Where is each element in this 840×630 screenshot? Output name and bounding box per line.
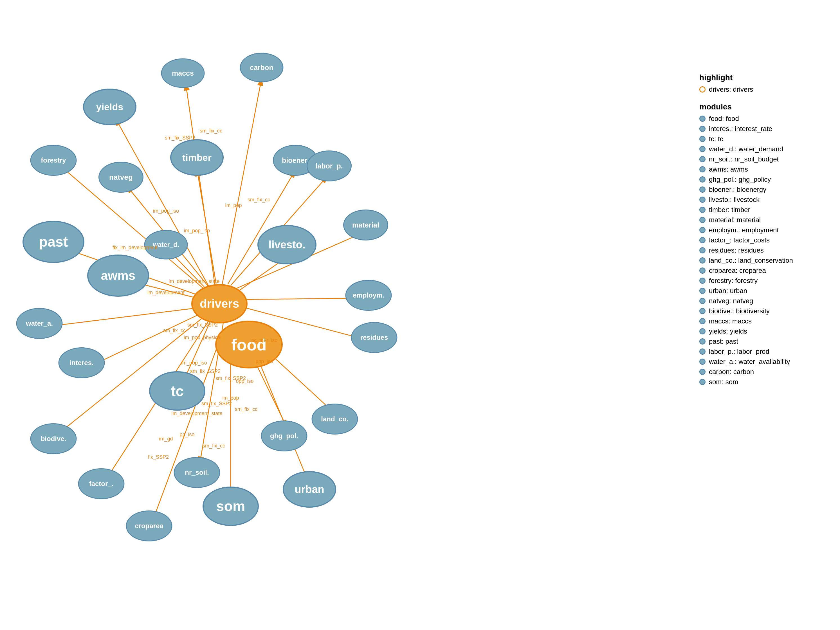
edge-label-17: sm_fix_cc <box>235 406 257 412</box>
node-croparea[interactable]: croparea <box>126 510 172 542</box>
node-carbon[interactable]: carbon <box>240 53 284 82</box>
legend-module-item: natveg: natveg <box>699 297 829 305</box>
node-awms[interactable]: awms <box>87 254 149 297</box>
legend-dot-blue <box>699 328 706 335</box>
legend-module-label: water_a.: water_availability <box>709 358 790 366</box>
legend-module-item: water_a.: water_availability <box>699 358 829 366</box>
legend-module-item: awms: awms <box>699 165 829 173</box>
node-natveg[interactable]: natveg <box>98 162 144 193</box>
legend-module-label: awms: awms <box>709 165 748 173</box>
node-urban[interactable]: urban <box>283 471 336 508</box>
edge-label-23: pp_iso <box>180 432 194 437</box>
legend-dot-blue <box>699 115 706 122</box>
node-tc[interactable]: tc <box>149 371 205 411</box>
legend-dot-blue <box>699 247 706 253</box>
node-nr-soil[interactable]: nr_soil. <box>174 457 220 488</box>
legend-module-item: carbon: carbon <box>699 368 829 376</box>
svg-line-5 <box>222 78 262 284</box>
legend-module-item: residues: residues <box>699 246 829 254</box>
node-som[interactable]: som <box>202 486 259 526</box>
legend-module-item: urban: urban <box>699 287 829 295</box>
svg-line-20 <box>183 314 214 382</box>
legend-module-item: forestry: forestry <box>699 277 829 285</box>
legend-module-label: employm.: employment <box>709 226 779 234</box>
edge-label-13: im_pop_iso <box>181 360 207 366</box>
node-factor[interactable]: factor_. <box>78 468 125 499</box>
edge-label-5: sm_fix_cc <box>248 197 270 203</box>
node-ghg-pol[interactable]: ghg_pol. <box>261 420 308 452</box>
legend-module-item: food: food <box>699 115 829 123</box>
legend-dot-blue <box>699 237 706 243</box>
legend-highlight-title: highlight <box>699 73 829 82</box>
node-food[interactable]: food <box>215 321 283 368</box>
legend-dot-blue <box>699 318 706 324</box>
node-interes[interactable]: interes. <box>58 347 105 378</box>
legend-module-item: interes.: interest_rate <box>699 125 829 133</box>
legend-dot-blue <box>699 358 706 365</box>
edge-label-16: im_development_state <box>171 411 222 417</box>
node-labor-p[interactable]: labor_p. <box>306 150 352 182</box>
legend-module-label: past: past <box>709 338 738 345</box>
node-past[interactable]: past <box>22 221 84 263</box>
legend-module-item: livesto.: livestock <box>699 196 829 204</box>
edge-label-11: sm_fix_cc <box>163 328 186 333</box>
legend-dot-blue <box>699 176 706 183</box>
legend-dot-blue <box>699 267 706 274</box>
node-material[interactable]: material <box>343 210 388 240</box>
svg-line-4 <box>186 83 215 287</box>
legend-module-label: urban: urban <box>709 287 747 295</box>
legend-dot-blue <box>699 257 706 264</box>
legend-module-label: food: food <box>709 115 739 123</box>
legend-dot-blue <box>699 186 706 193</box>
legend-dot-blue <box>699 126 706 132</box>
legend-module-item: factor_: factor_costs <box>699 236 829 244</box>
legend-module-item: croparea: croparea <box>699 267 829 275</box>
edge-label-12: sm_fix_SSP2 <box>190 368 221 374</box>
node-employm[interactable]: employm. <box>346 280 392 311</box>
legend-module-item: tc: tc <box>699 135 829 143</box>
legend-module-item: yields: yields <box>699 327 829 335</box>
node-biodive[interactable]: biodive. <box>30 423 77 454</box>
legend-module-label: nr_soil.: nr_soil_budget <box>709 155 779 163</box>
node-livesto[interactable]: livesto. <box>257 225 316 264</box>
edge-label-7: im_development_state <box>169 278 219 284</box>
edge-label-22: im_gd <box>159 436 173 442</box>
legend-dot-blue <box>699 288 706 294</box>
edge-label-15: sm_fix_SSP2 <box>201 401 232 407</box>
node-residues[interactable]: residues <box>351 322 398 353</box>
legend-module-item: nr_soil.: nr_soil_budget <box>699 155 829 163</box>
legend-module-label: residues: residues <box>709 246 764 254</box>
legend-dot-blue <box>699 146 706 152</box>
svg-line-24 <box>153 333 222 519</box>
legend-item-drivers: drivers: drivers <box>699 85 829 93</box>
node-yields[interactable]: yields <box>83 88 136 125</box>
edge-label-14: im_pop <box>222 395 239 401</box>
node-drivers[interactable]: drivers <box>191 284 248 324</box>
legend-dot-blue <box>699 338 706 344</box>
edge-label-24: fix_SSP2 <box>148 454 169 460</box>
legend-module-label: biodive.: biodiversity <box>709 307 770 315</box>
svg-line-6 <box>197 169 216 287</box>
legend-module-label: labor_p.: labor_prod <box>709 347 769 355</box>
legend-module-label: carbon: carbon <box>709 368 754 376</box>
legend-module-label: tc: tc <box>709 135 723 143</box>
legend-dot-blue <box>699 156 706 162</box>
node-maccs[interactable]: maccs <box>161 58 205 88</box>
legend-dot-blue <box>699 278 706 284</box>
legend-dot-blue <box>699 349 706 355</box>
legend: highlight drivers: drivers modules food:… <box>699 73 829 388</box>
legend-dot-blue <box>699 379 706 385</box>
legend-module-item: material: material <box>699 216 829 224</box>
legend-dot-blue <box>699 197 706 203</box>
legend-module-label: factor_: factor_costs <box>709 236 770 244</box>
node-forestry[interactable]: forestry <box>30 145 77 176</box>
legend-module-label: livesto.: livestock <box>709 196 759 204</box>
svg-line-14 <box>49 306 208 326</box>
legend-module-label: bioener.: bioenergy <box>709 186 766 194</box>
legend-module-label: yields: yields <box>709 327 747 335</box>
node-water-a[interactable]: water_a. <box>16 308 63 339</box>
node-land-co[interactable]: land_co. <box>312 404 358 434</box>
node-timber[interactable]: timber <box>170 139 224 176</box>
legend-module-item: employm.: employment <box>699 226 829 234</box>
node-water-d[interactable]: water_d. <box>144 230 188 260</box>
